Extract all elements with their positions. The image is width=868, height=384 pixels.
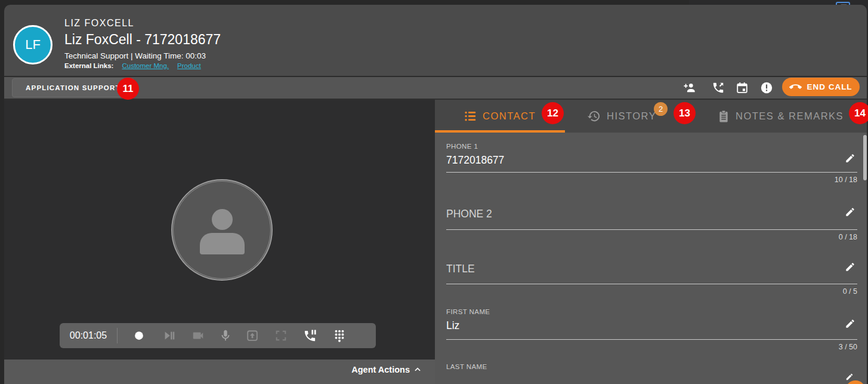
upload-box-icon [246, 329, 259, 342]
calendar-icon [736, 81, 749, 94]
som-badge-contact-tab: 12 [542, 102, 564, 124]
tab-contact-label: CONTACT [483, 110, 536, 122]
tab-bar: CONTACT HISTORY 2 NOTES & REMARKS [435, 100, 867, 133]
microphone-button[interactable] [219, 329, 232, 342]
end-call-label: END CALL [807, 82, 852, 91]
transfer-call-icon [712, 81, 725, 94]
field-label: PHONE 2 [446, 207, 857, 221]
char-counter: 0 / 18 [446, 233, 857, 241]
app-root: ✕ LF LIZ FOXCELL Liz FoxCell - 717201867… [0, 0, 868, 384]
play-pause-button[interactable] [162, 329, 175, 342]
pencil-icon [845, 262, 855, 272]
field-label: PHONE 1 [446, 142, 857, 150]
avatar-initials: LF [25, 37, 41, 53]
person-add-icon [683, 81, 696, 94]
field-first-name: FIRST NAME Liz 3 / 50 [446, 308, 857, 351]
field-label: LAST NAME [446, 363, 857, 371]
link-customer-mng[interactable]: Customer Mng. [122, 62, 169, 69]
contact-list-icon [464, 110, 477, 122]
history-count-badge: 2 [654, 102, 668, 116]
divider [117, 328, 118, 343]
tab-contact[interactable]: CONTACT [464, 100, 536, 133]
edit-title-button[interactable] [845, 262, 855, 272]
share-upload-button[interactable] [246, 329, 259, 342]
tab-history[interactable]: HISTORY [587, 100, 656, 133]
char-counter: 3 / 50 [446, 343, 857, 351]
notes-clipboard-icon [718, 110, 730, 123]
edit-first-name-button[interactable] [845, 318, 855, 329]
field-underline [446, 229, 857, 230]
agent-actions-button[interactable]: Agent Actions [351, 365, 422, 374]
call-title: Liz FoxCell - 7172018677 [64, 32, 221, 48]
pencil-icon [845, 318, 855, 329]
person-silhouette-icon [212, 209, 233, 230]
agent-actions-bar: Agent Actions [4, 360, 435, 384]
external-links-label: External Links: [64, 62, 113, 69]
fullscreen-icon [274, 329, 288, 342]
edit-last-name-button[interactable] [845, 373, 854, 381]
hold-call-button[interactable] [303, 329, 316, 342]
alert-button[interactable] [760, 81, 773, 94]
video-panel: 00:01:05 [4, 100, 435, 360]
field-last-name: LAST NAME [446, 363, 857, 373]
som-badge-history-tab: 13 [674, 102, 696, 124]
video-camera-icon [191, 329, 205, 342]
call-timer: 00:01:05 [60, 323, 117, 348]
microphone-icon [219, 329, 232, 342]
tab-notes-remarks-label: NOTES & REMARKS [736, 110, 844, 122]
som-badge-application-support: 11 [117, 78, 139, 100]
field-underline [446, 339, 857, 340]
dialpad-button[interactable] [333, 329, 346, 342]
contact-name-caps: LIZ FOXCELL [64, 18, 134, 29]
alert-circle-icon [760, 81, 773, 94]
queue-waiting-time: Technical Support | Waiting Time: 00:03 [64, 51, 206, 60]
tab-notes-remarks[interactable]: NOTES & REMARKS [718, 100, 844, 133]
char-counter: 0 / 5 [446, 287, 857, 296]
history-icon [587, 109, 601, 123]
field-phone-2: PHONE 2 0 / 18 [446, 207, 857, 241]
record-icon [132, 329, 146, 342]
phone-hold-icon [303, 329, 317, 343]
application-support-button[interactable]: APPLICATION SUPPORT [12, 78, 134, 97]
chevron-up-icon [413, 365, 422, 374]
pencil-icon [845, 153, 855, 164]
media-controls-bar: 00:01:05 [60, 323, 376, 348]
end-call-button[interactable]: END CALL [782, 78, 860, 96]
link-product[interactable]: Product [177, 62, 201, 69]
schedule-button[interactable] [736, 81, 749, 94]
field-value[interactable]: 7172018677 [446, 153, 857, 167]
person-silhouette-body [200, 233, 245, 254]
som-badge-notes-tab: 14 [849, 102, 868, 124]
field-underline [446, 172, 857, 173]
field-label: TITLE [446, 262, 857, 276]
transfer-call-button[interactable] [712, 81, 725, 94]
pencil-icon [845, 373, 854, 381]
field-underline [446, 284, 857, 284]
dialpad-icon [333, 329, 346, 342]
camera-button[interactable] [191, 329, 205, 342]
video-avatar-placeholder [171, 179, 273, 281]
pencil-icon [845, 207, 855, 217]
call-end-icon [789, 81, 802, 93]
fullscreen-button[interactable] [274, 329, 288, 342]
field-label: FIRST NAME [446, 308, 857, 316]
char-counter: 10 / 18 [446, 176, 857, 184]
scrollbar-thumb[interactable] [863, 135, 867, 180]
field-title: TITLE 0 / 5 [446, 262, 857, 296]
tab-history-label: HISTORY [607, 110, 656, 122]
field-phone-1: PHONE 1 7172018677 10 / 18 [446, 142, 857, 184]
record-button[interactable] [132, 329, 146, 342]
edit-phone-2-button[interactable] [845, 207, 855, 217]
play-pause-icon [162, 329, 175, 342]
field-value[interactable]: Liz [446, 318, 857, 333]
agent-actions-label: Agent Actions [351, 365, 410, 374]
add-contact-button[interactable] [683, 81, 696, 94]
external-links: External Links: Customer Mng. Product [64, 62, 201, 69]
avatar: LF [13, 25, 52, 64]
edit-phone-1-button[interactable] [845, 153, 855, 164]
